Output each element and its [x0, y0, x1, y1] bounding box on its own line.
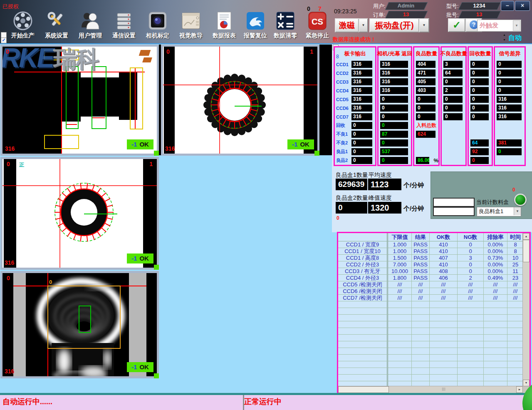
vision-teaching-button[interactable]: 视觉教导: [172, 11, 210, 40]
camera-view-1[interactable]: RKE瑞科 0 316 -1OK: [0, 45, 159, 156]
io-row: CCD6316: [335, 104, 375, 112]
count-input-2[interactable]: [433, 207, 475, 216]
scroll-down-icon[interactable]: ▼: [523, 380, 530, 386]
meas-cell: [388, 308, 412, 315]
horizontal-scrollbar[interactable]: ►: [338, 386, 523, 393]
spin-up-icon[interactable]: ▲: [503, 33, 506, 36]
io-row: [442, 121, 465, 130]
io-cell: 0: [351, 122, 372, 129]
io-inline-label: 入料总数: [414, 122, 436, 129]
meas-cell: [388, 375, 412, 381]
server-icon: [114, 11, 134, 31]
io-cell: 0: [470, 113, 489, 120]
meas-row: [338, 375, 523, 381]
camera-view-2[interactable]: 0 1 316 -1OK: [161, 45, 319, 156]
meas-cell: 406: [430, 275, 458, 281]
meas-cell: [507, 321, 523, 328]
io-cell: 404: [416, 61, 435, 68]
resize-handle[interactable]: [314, 151, 319, 156]
io-row: 86.06%: [414, 156, 438, 165]
meas-cell: 0.49%: [484, 275, 507, 281]
meas-cell: ///: [412, 281, 430, 288]
io-row: 537: [379, 147, 411, 156]
vibrator-dropdown[interactable]: ▼: [419, 18, 429, 32]
spin-down-icon[interactable]: ▼: [503, 38, 506, 41]
scroll-right-icon[interactable]: ►: [516, 386, 523, 393]
io-row: 0: [379, 156, 411, 165]
io-row: [469, 121, 492, 130]
vibrator-button[interactable]: 振动盘(开): [369, 18, 419, 32]
current-box-label: 当前计数料盒: [476, 199, 509, 206]
io-row: 381: [495, 139, 525, 147]
meas-cell: [507, 328, 523, 335]
io-row: 316: [495, 104, 525, 112]
meas-cell: [338, 355, 388, 361]
io-cell: 0: [380, 157, 408, 164]
communication-settings-button[interactable]: 通信设置: [105, 11, 143, 40]
meas-cell: [338, 308, 388, 315]
meas-cell: ///: [388, 281, 412, 288]
resize-handle[interactable]: [154, 373, 159, 378]
meas-cell: 0.00%: [484, 261, 507, 268]
count-input-1[interactable]: [433, 198, 475, 207]
order-label: 订单:: [373, 11, 386, 19]
meas-cell: [484, 308, 507, 315]
meas-cell: [430, 335, 458, 341]
camera-view-3[interactable]: 正 0 1 316 -1OK: [0, 157, 159, 270]
demagnetize-dropdown[interactable]: ▼: [359, 18, 368, 32]
scroll-thumb[interactable]: [523, 240, 530, 262]
meas-cell: PASS: [412, 261, 430, 268]
confirm-button[interactable]: ✓: [448, 18, 465, 32]
start-production-button[interactable]: 开始生产: [4, 11, 42, 40]
camera-view-4[interactable]: 0 0 316 -1OK: [0, 271, 159, 378]
meas-cell: [388, 348, 412, 355]
io-row: 2: [442, 86, 465, 95]
user-management-button[interactable]: 用户管理: [71, 11, 109, 40]
resize-handle[interactable]: [154, 265, 159, 270]
toolbar-checkbox-2[interactable]: ✓: [1, 37, 7, 43]
io-cell: 64: [470, 139, 489, 147]
io-cell: 0: [351, 139, 372, 147]
meas-cell: [484, 315, 507, 321]
meas-cell: [338, 335, 388, 341]
current-box-select[interactable]: 良品料盒1 ▼: [477, 207, 521, 216]
io-row: 回收0: [335, 121, 375, 130]
scroll-thumb[interactable]: [338, 386, 389, 393]
meas-cell: [484, 341, 507, 348]
meas-cell: [484, 348, 507, 355]
close-button[interactable]: ×: [515, 1, 530, 11]
io-row: [442, 130, 465, 139]
meas-cell: [484, 355, 507, 361]
logo-accent: [139, 50, 151, 56]
meas-cell: CCD5 /检测关闭: [338, 281, 388, 288]
meas-cell: 410: [430, 261, 458, 268]
toolbar-checkbox-1[interactable]: [1, 32, 7, 38]
io-row: 405: [414, 77, 438, 86]
cam4-result-badge: -1OK: [127, 362, 153, 372]
meas-cell: [484, 335, 507, 341]
demagnetize-button[interactable]: 激磁: [335, 18, 359, 32]
camera-calibration-button[interactable]: 相机标定: [139, 11, 177, 40]
io-row: 0: [469, 86, 492, 95]
meas-cell: [430, 308, 458, 315]
meas-cell: 7.000: [388, 261, 412, 268]
minimize-button[interactable]: –: [501, 1, 514, 11]
camera4-image: 0 0 316 -1OK: [2, 273, 157, 376]
meas-cell: [458, 375, 484, 381]
meas-cell: ///: [507, 288, 523, 295]
emergency-stop-icon: CS: [307, 11, 327, 31]
emergency-stop-button[interactable]: CS 紧急停止: [298, 11, 337, 40]
scroll-up-icon[interactable]: ▲: [523, 233, 530, 240]
io-cell: 316: [351, 61, 372, 68]
io-row: 0: [495, 77, 525, 86]
resize-handle[interactable]: [154, 151, 159, 156]
io-cell: 0: [443, 96, 463, 103]
meas-cell: 结果: [412, 233, 430, 241]
measurement-rows: 下限值结果OK数NG数排除率时间CCD1 / 宽度91.000PASS41000…: [338, 233, 523, 386]
cam1-result-badge: -1OK: [127, 139, 153, 149]
cam1-count: 316: [5, 145, 15, 152]
system-settings-button[interactable]: 系统设置: [37, 11, 76, 40]
vertical-scrollbar[interactable]: ▲ ▼: [522, 233, 530, 386]
io-cell: 0: [351, 131, 372, 138]
external-trigger-select[interactable]: 外触发 ▼: [477, 20, 521, 32]
